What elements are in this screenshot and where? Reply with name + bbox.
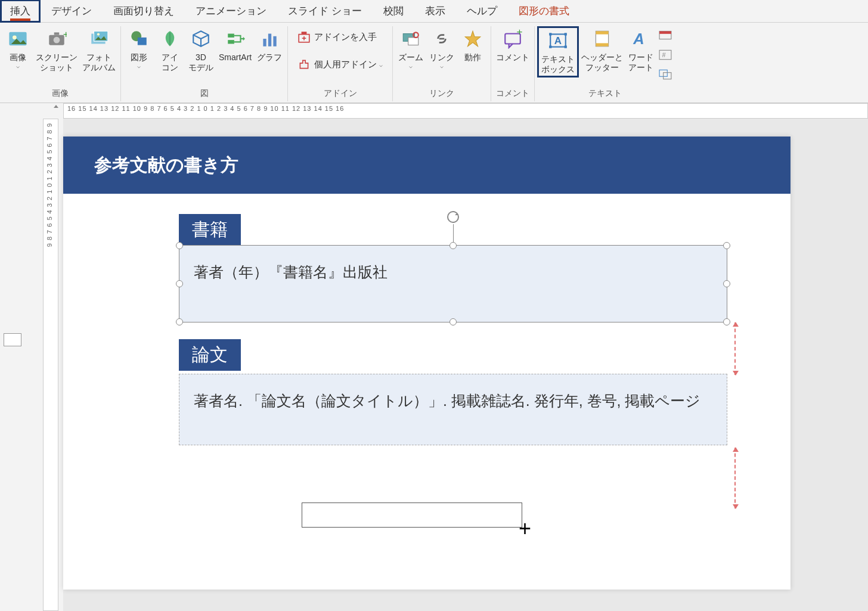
tab-view[interactable]: 表示 [414, 0, 456, 23]
slide-canvas[interactable]: 参考文献の書き方 書籍 著者（年）『書籍名』出版社 [63, 137, 790, 590]
ribbon-group-illustrations: 図形 ⌵ アイ コン 3D モデル [121, 26, 288, 101]
addin-icon [297, 58, 311, 71]
resize-handle-sw[interactable] [176, 318, 183, 325]
textbox-icon: A [547, 29, 569, 52]
chart-button[interactable]: グラフ [254, 26, 285, 64]
screenshot-button[interactable]: + スクリーン ショット [33, 26, 80, 74]
picture-icon [7, 27, 29, 50]
smart-guide-2 [734, 448, 736, 508]
links-group-label: リンク [429, 88, 454, 101]
slide-thumb[interactable] [4, 333, 21, 346]
svg-rect-21 [408, 38, 418, 45]
tab-animations[interactable]: アニメーション [185, 0, 277, 23]
text-group-label: テキスト [588, 88, 622, 101]
smartart-button[interactable]: SmartArt [216, 26, 254, 64]
action-button[interactable]: 動作 [457, 26, 488, 64]
slide-title-bar[interactable]: 参考文献の書き方 [63, 137, 790, 194]
wordart-label: ワード アート [628, 52, 653, 73]
image-button[interactable]: 画像 ⌵ [2, 26, 33, 70]
resize-handle-s[interactable] [450, 318, 457, 325]
svg-text:#: # [662, 51, 666, 58]
ruler-collapse-icon[interactable] [52, 103, 60, 110]
comment-icon: + [501, 27, 524, 50]
icons-button[interactable]: アイ コン [154, 26, 185, 74]
resize-handle-n[interactable] [450, 242, 457, 249]
camera-icon: + [45, 27, 68, 50]
slide-number-icon[interactable]: # [659, 49, 672, 60]
svg-rect-13 [264, 39, 266, 46]
header-footer-button[interactable]: ヘッダーと フッター [579, 26, 625, 74]
3d-models-label: 3D モデル [188, 52, 213, 73]
svg-point-42 [448, 212, 458, 222]
smart-guide-1 [734, 322, 736, 375]
action-label: 動作 [464, 52, 481, 63]
zoom-button[interactable]: ズーム ⌵ [395, 26, 426, 70]
resize-handle-w[interactable] [176, 280, 183, 287]
comment-button[interactable]: + コメント [494, 26, 532, 64]
comments-group-label: コメント [496, 88, 529, 101]
crosshair-cursor: + [519, 518, 531, 539]
tab-slideshow[interactable]: スライド ショー [277, 0, 373, 23]
tab-review[interactable]: 校閲 [373, 0, 414, 23]
chart-icon [258, 27, 281, 50]
cube-icon [190, 27, 212, 50]
tab-shape-format[interactable]: 図形の書式 [508, 0, 580, 23]
section1-label[interactable]: 書籍 [179, 214, 241, 246]
textbox-button[interactable]: A テキスト ボックス [537, 26, 579, 77]
horizontal-ruler[interactable]: 16 15 14 13 12 11 10 9 8 7 6 5 4 3 2 1 0… [63, 103, 868, 119]
link-icon [430, 27, 453, 50]
resize-handle-se[interactable] [723, 318, 730, 325]
smartart-label: SmartArt [219, 52, 252, 63]
resize-handle-ne[interactable] [723, 242, 730, 249]
svg-rect-12 [228, 40, 234, 44]
thumbnails-panel[interactable] [0, 119, 25, 611]
smartart-icon [224, 27, 247, 50]
svg-point-8 [97, 33, 100, 35]
image-label: 画像 [10, 52, 26, 63]
wordart-button[interactable]: A ワード アート [625, 26, 656, 74]
my-addins-label: 個人用アドイン [314, 59, 377, 70]
shapes-label: 図形 [131, 52, 147, 63]
header-footer-icon [591, 27, 613, 50]
section2-label[interactable]: 論文 [179, 339, 241, 371]
link-button[interactable]: リンク ⌵ [426, 26, 457, 70]
svg-rect-30 [549, 46, 551, 48]
store-icon [297, 30, 311, 44]
images-group-label: 画像 [52, 88, 69, 101]
tab-transitions[interactable]: 画面切り替え [103, 0, 185, 23]
3d-models-button[interactable]: 3D モデル [185, 26, 216, 74]
shapes-icon [128, 27, 150, 50]
icons-label: アイ コン [162, 52, 178, 73]
illustrations-group-label: 図 [200, 88, 209, 101]
section2-content-box[interactable]: 著者名. 「論文名（論文タイトル）」. 掲載雑誌名. 発行年, 巻号, 掲載ペー… [179, 374, 727, 445]
tab-insert[interactable]: 挿入 [0, 0, 41, 23]
new-textbox-outline[interactable] [302, 503, 522, 528]
svg-rect-3 [54, 32, 60, 35]
screenshot-label: スクリーン ショット [36, 52, 78, 73]
svg-text:A: A [633, 30, 644, 47]
link-label: リンク [429, 52, 454, 63]
tabs-bar: 挿入 デザイン 画面切り替え アニメーション スライド ショー 校閲 表示 ヘル… [0, 0, 868, 23]
slide-title: 参考文献の書き方 [94, 153, 238, 178]
photo-album-icon [88, 27, 110, 50]
my-addins-button[interactable]: 個人用アドイン ⌵ [294, 56, 386, 73]
resize-handle-e[interactable] [723, 280, 730, 287]
vertical-ruler[interactable]: 9 8 7 6 5 4 3 2 1 0 1 2 3 4 5 6 7 8 9 [43, 119, 58, 611]
ribbon-group-addins: アドインを入手 個人用アドイン ⌵ アドイン [288, 26, 393, 101]
tab-help[interactable]: ヘルプ [456, 0, 508, 23]
svg-rect-14 [268, 34, 271, 46]
textbox-label: テキスト ボックス [541, 54, 575, 75]
get-addins-button[interactable]: アドインを入手 [294, 29, 386, 45]
rotate-handle[interactable] [446, 210, 460, 224]
svg-rect-29 [565, 33, 567, 35]
section1-content-box[interactable]: 著者（年）『書籍名』出版社 [179, 245, 727, 322]
tab-design[interactable]: デザイン [41, 0, 103, 23]
photo-album-button[interactable]: フォト アルバム [80, 26, 118, 74]
comment-label: コメント [496, 52, 529, 63]
object-icon[interactable] [659, 69, 672, 80]
date-time-icon[interactable] [659, 30, 672, 41]
shapes-button[interactable]: 図形 ⌵ [123, 26, 154, 70]
leaf-icon [159, 27, 181, 50]
resize-handle-nw[interactable] [176, 242, 183, 249]
svg-rect-34 [596, 43, 609, 46]
